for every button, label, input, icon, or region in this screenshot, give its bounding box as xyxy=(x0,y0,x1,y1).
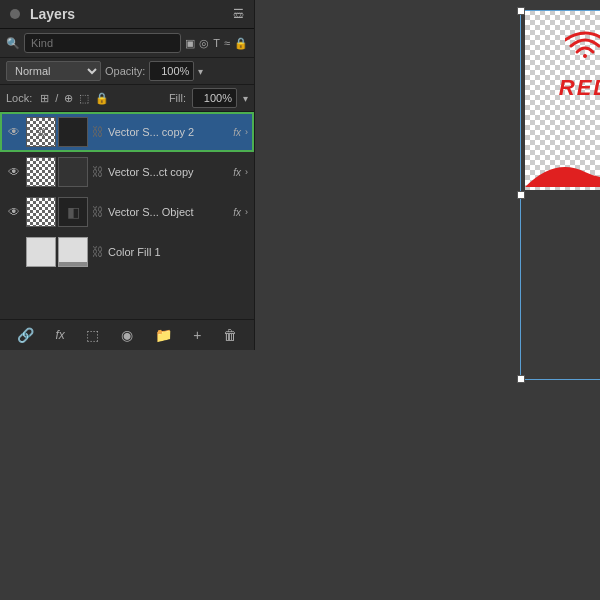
opacity-input[interactable] xyxy=(149,61,194,81)
layers-list: 👁 ⛓ ⛓ Vector S... copy 2 fx › 👁 ⛓ xyxy=(0,112,254,319)
layer-thumbnails-1: ⛓ xyxy=(26,117,88,147)
chain-icon-3: ⛓ xyxy=(92,205,104,219)
search-input[interactable] xyxy=(24,33,181,53)
layer-thumb-3: ◧ xyxy=(58,197,88,227)
layer-item[interactable]: 👁 ◧ ⛓ Vector S... Object fx › xyxy=(0,192,254,232)
fill-arrow[interactable]: ▾ xyxy=(243,93,248,104)
lock-all-icon[interactable]: 🔒 xyxy=(95,92,109,105)
red-wave xyxy=(525,137,600,190)
chain-icon-4: ⛓ xyxy=(92,245,104,259)
delete-layer-icon[interactable]: 🗑 xyxy=(221,325,239,345)
layer-name-4: Color Fill 1 xyxy=(108,246,248,258)
collapse-icon[interactable]: «» xyxy=(233,9,244,20)
layers-panel: Layers ☰ «» 🔍 ▣ ◎ T ≈ 🔒 Normal Multiply … xyxy=(0,0,255,350)
layer-thumb-color-2 xyxy=(58,237,88,267)
lock-pixels-icon[interactable]: / xyxy=(55,92,58,104)
fx-chevron-1[interactable]: › xyxy=(245,127,248,137)
eye-icon[interactable]: 👁 xyxy=(8,165,20,179)
layer-fx-2[interactable]: fx xyxy=(233,167,241,178)
new-layer-icon[interactable]: + xyxy=(191,325,203,345)
adjustment-layer-icon[interactable]: ◉ xyxy=(119,325,135,345)
canvas-area: RED xyxy=(255,0,600,600)
search-bar: 🔍 ▣ ◎ T ≈ 🔒 xyxy=(0,29,254,58)
filter-lock-icon[interactable]: 🔒 xyxy=(234,37,248,50)
layer-thumb-link-2 xyxy=(26,157,56,187)
opacity-label: Opacity: xyxy=(105,65,145,77)
handle-bottom-left[interactable] xyxy=(517,375,525,383)
wifi-icon xyxy=(565,30,600,68)
filter-pixel-icon[interactable]: ▣ xyxy=(185,37,195,50)
layer-visibility-3[interactable]: 👁 xyxy=(6,205,22,219)
fx-chevron-3[interactable]: › xyxy=(245,207,248,217)
filter-text-icon[interactable]: T xyxy=(213,37,220,49)
layer-item[interactable]: ⛓ Color Fill 1 xyxy=(0,232,254,272)
filter-adjust-icon[interactable]: ◎ xyxy=(199,37,209,50)
panel-title: Layers xyxy=(30,6,75,22)
new-group-icon[interactable]: 📁 xyxy=(153,325,174,345)
layer-thumb-2 xyxy=(58,157,88,187)
search-icon: 🔍 xyxy=(6,37,20,50)
fx-button[interactable]: fx xyxy=(53,326,66,344)
layer-thumb-link-1: ⛓ xyxy=(26,117,56,147)
filter-shape-icon[interactable]: ≈ xyxy=(224,37,230,49)
card-preview: RED xyxy=(525,10,600,190)
card-background: RED xyxy=(525,10,600,190)
chain-icon-1: ⛓ xyxy=(92,125,104,139)
panel-header: Layers ☰ «» xyxy=(0,0,254,29)
filter-icons: ▣ ◎ T ≈ 🔒 xyxy=(185,37,248,50)
layer-item[interactable]: 👁 ⛓ Vector S...ct copy fx › xyxy=(0,152,254,192)
blend-mode-select[interactable]: Normal Multiply Screen xyxy=(6,61,101,81)
layer-thumb-color-1 xyxy=(26,237,56,267)
layer-thumbnails-3: ◧ xyxy=(26,197,88,227)
fill-input[interactable] xyxy=(192,88,237,108)
layer-thumbnails-4 xyxy=(26,237,88,267)
opacity-arrow[interactable]: ▾ xyxy=(198,66,203,77)
layer-thumb-1 xyxy=(58,117,88,147)
blend-mode-row: Normal Multiply Screen Opacity: ▾ xyxy=(0,58,254,85)
layer-name-1: Vector S... copy 2 xyxy=(108,126,229,138)
layer-visibility-2[interactable]: 👁 xyxy=(6,165,22,179)
lock-position-icon[interactable]: ⊕ xyxy=(64,92,73,105)
layer-item[interactable]: 👁 ⛓ ⛓ Vector S... copy 2 fx › xyxy=(0,112,254,152)
eye-icon[interactable]: 👁 xyxy=(8,205,20,219)
panel-toolbar: 🔗 fx ⬚ ◉ 📁 + 🗑 xyxy=(0,319,254,350)
lock-transparent-icon[interactable]: ⊞ xyxy=(40,92,49,105)
layer-name-2: Vector S...ct copy xyxy=(108,166,229,178)
link-layers-icon[interactable]: 🔗 xyxy=(15,325,36,345)
eye-icon[interactable]: 👁 xyxy=(8,125,20,139)
chain-icon-2: ⛓ xyxy=(92,165,104,179)
layer-thumbnails-2 xyxy=(26,157,88,187)
handle-mid-left[interactable] xyxy=(517,191,525,199)
layer-fx-3[interactable]: fx xyxy=(233,207,241,218)
red-text-label: RED xyxy=(559,75,600,101)
layer-fx-1[interactable]: fx xyxy=(233,127,241,138)
lock-row: Lock: ⊞ / ⊕ ⬚ 🔒 Fill: ▾ xyxy=(0,85,254,112)
lock-artboard-icon[interactable]: ⬚ xyxy=(79,92,89,105)
layer-name-3: Vector S... Object xyxy=(108,206,229,218)
fx-chevron-2[interactable]: › xyxy=(245,167,248,177)
handle-top-left[interactable] xyxy=(517,7,525,15)
fill-label: Fill: xyxy=(169,92,186,104)
lock-label: Lock: xyxy=(6,92,32,104)
layer-thumb-link-3 xyxy=(26,197,56,227)
layer-visibility-1[interactable]: 👁 xyxy=(6,125,22,139)
window-close-button[interactable] xyxy=(10,9,20,19)
add-mask-icon[interactable]: ⬚ xyxy=(84,325,101,345)
